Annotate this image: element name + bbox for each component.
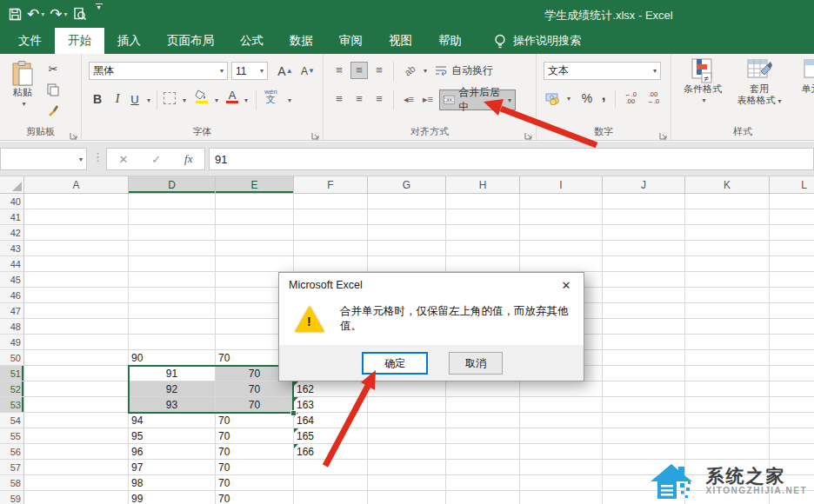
cell-D46[interactable] <box>129 288 216 303</box>
cell-A43[interactable] <box>24 241 129 256</box>
cell-G57[interactable] <box>368 460 446 475</box>
cell-A59[interactable] <box>24 491 129 504</box>
fill-color-dropdown-icon[interactable]: ▾ <box>215 96 218 104</box>
bold-button[interactable]: B <box>89 90 106 108</box>
row-header-43[interactable]: 43 <box>0 241 24 256</box>
cell-D49[interactable] <box>129 335 216 350</box>
confirm-entry-button[interactable]: ✓ <box>151 153 161 166</box>
italic-button[interactable]: I <box>110 90 125 108</box>
cell-D58[interactable]: 98 <box>129 475 216 491</box>
cell-G59[interactable] <box>368 491 446 504</box>
cell-J54[interactable] <box>603 413 685 428</box>
cell-H52[interactable] <box>446 381 520 397</box>
cell-D45[interactable] <box>129 272 216 288</box>
cell-I53[interactable] <box>520 397 603 413</box>
tell-me-search[interactable]: 操作说明搜索 <box>494 28 581 54</box>
align-left-button[interactable]: ≡ <box>330 90 348 108</box>
copy-button[interactable] <box>43 82 63 97</box>
cell-H55[interactable] <box>446 428 520 444</box>
column-header-G[interactable]: G <box>368 176 446 194</box>
fill-handle[interactable] <box>290 410 297 416</box>
cell-L56[interactable] <box>770 444 814 460</box>
cell-D47[interactable] <box>129 303 216 319</box>
paste-dropdown-icon[interactable]: ▾ <box>22 98 25 109</box>
cell-J40[interactable] <box>603 194 685 209</box>
cell-E42[interactable] <box>216 225 294 241</box>
name-box[interactable]: ▾ <box>0 148 87 170</box>
cell-A40[interactable] <box>24 194 129 209</box>
save-button[interactable] <box>9 3 22 24</box>
cell-E43[interactable] <box>216 241 294 256</box>
cell-I57[interactable] <box>520 460 603 475</box>
cell-L54[interactable] <box>770 413 814 428</box>
column-header-E[interactable]: E <box>216 176 294 194</box>
tab-审阅[interactable]: 审阅 <box>326 28 376 54</box>
cell-D43[interactable] <box>129 241 216 256</box>
cell-G40[interactable] <box>368 194 446 209</box>
conditional-dropdown-icon[interactable]: ▾ <box>702 95 705 106</box>
dialog-title-bar[interactable]: Microsoft Excel ✕ <box>279 273 584 297</box>
increase-indent-button[interactable]: ▸≡ <box>419 90 437 108</box>
cell-F55[interactable]: 165 <box>294 428 368 444</box>
row-header-54[interactable]: 54 <box>0 413 24 428</box>
row-header-56[interactable]: 56 <box>0 444 24 460</box>
dialog-close-button[interactable]: ✕ <box>549 273 584 297</box>
cell-E56[interactable]: 70 <box>216 444 294 460</box>
cell-L41[interactable] <box>770 209 814 225</box>
merge-dropdown-icon[interactable]: ▾ <box>508 96 511 104</box>
column-header-D[interactable]: D <box>129 176 216 194</box>
cell-D44[interactable] <box>129 256 216 272</box>
cell-L45[interactable] <box>770 272 814 288</box>
cell-J56[interactable] <box>603 444 685 460</box>
cell-E59[interactable]: 70 <box>216 491 294 504</box>
number-dialog-launcher[interactable] <box>659 128 668 136</box>
orientation-button[interactable]: ab <box>397 57 423 83</box>
cell-A46[interactable] <box>24 288 129 303</box>
undo-dropdown-icon[interactable]: ▾ <box>41 10 44 18</box>
cell-G55[interactable] <box>368 428 446 444</box>
cell-J49[interactable] <box>603 335 685 350</box>
cell-I56[interactable] <box>520 444 603 460</box>
cell-D48[interactable] <box>129 319 216 335</box>
cell-L47[interactable] <box>770 303 814 319</box>
font-size-select[interactable]: 11▾ <box>231 62 268 80</box>
cell-L48[interactable] <box>770 319 814 335</box>
cell-I59[interactable] <box>520 491 603 504</box>
cell-J50[interactable] <box>603 350 685 366</box>
paste-button[interactable]: 粘贴 ▾ <box>5 61 40 109</box>
accounting-dropdown-icon[interactable]: ▾ <box>567 95 570 103</box>
align-middle-button[interactable]: ≡ <box>350 62 368 79</box>
cell-E54[interactable]: 70 <box>216 413 294 428</box>
print-preview-button[interactable] <box>73 3 87 24</box>
cell-K52[interactable] <box>685 381 770 397</box>
cell-A41[interactable] <box>24 209 129 225</box>
font-size-dropdown-icon[interactable]: ▾ <box>260 67 264 75</box>
column-header-F[interactable]: F <box>294 176 368 194</box>
shrink-font-button[interactable]: A▼ <box>297 62 318 80</box>
grow-font-button[interactable]: A▲ <box>275 62 296 80</box>
cell-I40[interactable] <box>520 194 603 209</box>
align-top-button[interactable]: ≡ <box>330 62 348 79</box>
cell-K56[interactable] <box>685 444 770 460</box>
cell-G44[interactable] <box>368 256 446 272</box>
cell-H40[interactable] <box>446 194 520 209</box>
cell-J52[interactable] <box>603 381 685 397</box>
wrap-text-button[interactable]: 自动换行 <box>435 62 530 79</box>
row-header-48[interactable]: 48 <box>0 319 24 335</box>
phonetic-dropdown-icon[interactable]: ▾ <box>288 96 291 104</box>
cell-D51[interactable]: 91 <box>129 366 216 381</box>
cell-F42[interactable] <box>294 225 368 241</box>
cut-button[interactable]: ✂ <box>43 61 63 76</box>
decrease-indent-button[interactable]: ◂≡ <box>400 90 417 108</box>
cell-E53[interactable]: 70 <box>216 397 294 413</box>
cell-A47[interactable] <box>24 303 129 319</box>
conditional-formatting-button[interactable]: ≠ 条件格式 ▾ <box>678 57 727 106</box>
ok-button[interactable]: 确定 <box>362 352 428 375</box>
tab-数据[interactable]: 数据 <box>277 28 326 54</box>
tab-开始[interactable]: 开始 <box>55 28 104 54</box>
cell-J44[interactable] <box>603 256 685 272</box>
cell-D42[interactable] <box>129 225 216 241</box>
customize-qat-button[interactable]: ▾ <box>96 3 103 24</box>
cell-H58[interactable] <box>446 475 520 491</box>
cell-H43[interactable] <box>446 241 520 256</box>
